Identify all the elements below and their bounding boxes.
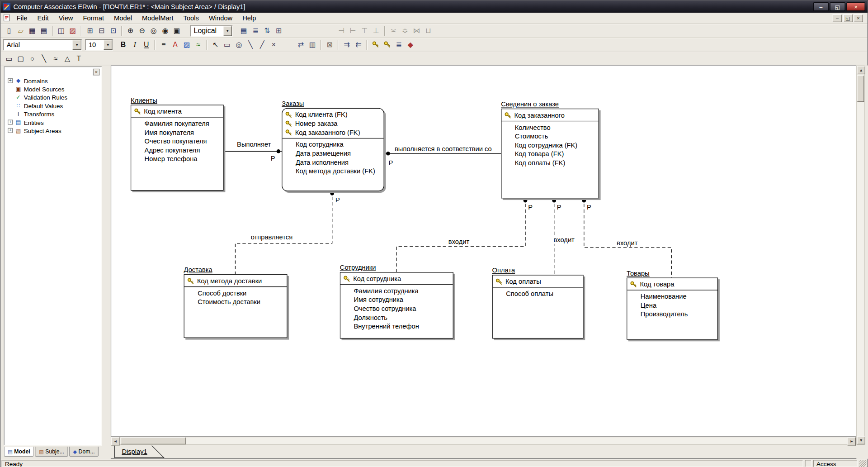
align-bottom-icon[interactable]: ⊥ (370, 25, 382, 37)
ellipse-tool-icon[interactable]: ○ (27, 52, 38, 64)
display-entity-level-icon[interactable]: ▤ (238, 25, 250, 37)
format-painter-icon[interactable]: ▨ (67, 25, 79, 37)
relationship-line-includes-employee[interactable] (396, 198, 525, 272)
save-icon[interactable]: ▦ (27, 25, 38, 37)
mdi-restore-button[interactable]: ◱ (843, 14, 853, 22)
align-center-vertical-icon[interactable]: ≎ (399, 25, 411, 37)
mdi-minimize-button[interactable]: – (833, 14, 842, 22)
scroll-up-button[interactable]: ▲ (857, 66, 865, 74)
distribute-horizontal-icon[interactable]: ⋈ (411, 25, 423, 37)
entity-employees[interactable]: Код сотрудникаФамилия сотрудникаИмя сотр… (340, 272, 453, 338)
vertical-scrollbar[interactable]: ▲ ▼ (856, 65, 864, 445)
new-document-icon[interactable]: ▯ (3, 25, 15, 37)
foreign-key-icon[interactable] (382, 39, 393, 51)
diagram-canvas[interactable]: ВыполняетPвыполняется в соответствии соP… (111, 65, 856, 436)
line-color-icon[interactable]: ≈ (193, 39, 204, 51)
tile-vertical-icon[interactable]: ⊡ (108, 25, 119, 37)
close-button[interactable]: × (846, 2, 865, 11)
migrate-keys-icon[interactable]: ⇉ (341, 39, 353, 51)
menu-item-edit[interactable]: Edit (32, 13, 53, 23)
entity-orders[interactable]: Код клиента (FK)Номер заказаКод заказанн… (282, 108, 384, 191)
document-icon[interactable] (3, 14, 10, 22)
menu-item-modelmart[interactable]: ModelMart (137, 13, 178, 23)
sidebar-item-subject-areas[interactable]: +▧Subject Areas (5, 126, 101, 134)
expander-icon[interactable]: + (8, 119, 13, 124)
sidebar-tab-subject-areas[interactable]: ▧Subje... (35, 447, 68, 457)
display-attribute-level-icon[interactable]: ≣ (250, 25, 261, 37)
menu-item-format[interactable]: Format (78, 13, 109, 23)
menu-item-help[interactable]: Help (237, 13, 261, 23)
scroll-down-button[interactable]: ▼ (857, 436, 865, 444)
polygon-tool-icon[interactable]: △ (61, 52, 73, 64)
entity-payment[interactable]: Код оплатыСпособ оплаты (492, 275, 584, 338)
entity-clients[interactable]: Код клиентаФамилия покупателяИмя покупат… (131, 105, 224, 191)
entity-products[interactable]: Код товараНаименованиеЦенаПроизводитель (627, 277, 718, 339)
font-name-combo[interactable]: Arial ▼ (3, 39, 82, 50)
resize-grip[interactable] (859, 460, 866, 467)
text-align-icon[interactable]: ≡ (158, 39, 170, 51)
report-browser-icon[interactable]: ▥ (307, 39, 318, 51)
sidebar-item-validation-rules[interactable]: ✓Validation Rules (5, 93, 101, 101)
zoom-area-icon[interactable]: ▣ (171, 25, 183, 37)
unmigrate-keys-icon[interactable]: ⇇ (353, 39, 364, 51)
print-icon[interactable]: ▤ (38, 25, 50, 37)
menu-item-view[interactable]: View (54, 13, 78, 23)
sort-order-icon[interactable]: ⇅ (261, 25, 273, 37)
cascade-windows-icon[interactable]: ⊞ (84, 25, 96, 37)
view-mode-combo[interactable]: Logical ▼ (190, 25, 232, 36)
zoom-100-icon[interactable]: ◎ (148, 25, 160, 37)
panel-splitter[interactable] (103, 65, 111, 445)
index-icon[interactable]: ≣ (393, 39, 405, 51)
sidebar-tab-model[interactable]: ▤Model (4, 447, 34, 457)
complete-compare-icon[interactable]: ⇄ (295, 39, 307, 51)
dropdown-arrow-icon[interactable]: ▼ (104, 40, 113, 50)
polyline-tool-icon[interactable]: ≈ (50, 52, 61, 64)
copy-properties-icon[interactable]: ◫ (55, 25, 67, 37)
sidebar-close-button[interactable]: × (93, 69, 100, 76)
fill-color-icon[interactable]: ▨ (181, 39, 193, 51)
align-right-icon[interactable]: ⊢ (347, 25, 359, 37)
entity-delivery[interactable]: Код метода доставкиСпособ доствкиСтоимос… (184, 274, 288, 338)
menu-item-model[interactable]: Model (109, 13, 137, 23)
entity-tool-icon[interactable]: ▭ (222, 39, 233, 51)
tile-horizontal-icon[interactable]: ⊟ (96, 25, 108, 37)
underline-button[interactable]: U (141, 39, 152, 51)
display-tab[interactable]: Display1 (114, 445, 165, 458)
horizontal-scroll-track[interactable] (119, 437, 847, 444)
bold-button[interactable]: B (118, 39, 129, 51)
sidebar-item-transforms[interactable]: TTransforms (5, 110, 101, 118)
distribute-vertical-icon[interactable]: ⊔ (422, 25, 434, 37)
expander-icon[interactable]: + (8, 78, 13, 83)
scroll-right-button[interactable]: ► (848, 437, 856, 445)
zoom-out-icon[interactable]: ⊖ (136, 25, 148, 37)
italic-button[interactable]: I (129, 39, 141, 51)
horizontal-scrollbar[interactable]: ◄ ► (111, 437, 856, 445)
vertical-scroll-track[interactable] (857, 74, 864, 436)
category-tool-icon[interactable]: ◎ (233, 39, 245, 51)
menu-item-file[interactable]: File (12, 13, 33, 23)
select-tool-icon[interactable]: ↖ (210, 39, 222, 51)
line-tool-icon[interactable]: ╲ (38, 52, 50, 64)
menu-item-window[interactable]: Window (204, 13, 237, 23)
relationship-line-includes-product[interactable] (584, 198, 671, 277)
primary-key-icon[interactable] (370, 39, 382, 51)
non-identifying-relationship-tool-icon[interactable]: ╱ (256, 39, 268, 51)
text-tool-icon[interactable]: T (73, 52, 85, 64)
many-to-many-relationship-tool-icon[interactable]: × (268, 39, 280, 51)
maximize-button[interactable]: ◱ (830, 2, 845, 11)
menu-item-tools[interactable]: Tools (179, 13, 204, 23)
rounded-rectangle-tool-icon[interactable]: ▢ (15, 52, 27, 64)
sidebar-tab-domains[interactable]: ◆Dom... (69, 447, 99, 457)
sidebar-item-domains[interactable]: +◆Domains (5, 76, 101, 85)
align-center-horizontal-icon[interactable]: ≍ (387, 25, 399, 37)
dropdown-arrow-icon[interactable]: ▼ (72, 40, 81, 50)
sidebar-item-model-sources[interactable]: ▣Model Sources (5, 85, 101, 93)
horizontal-scroll-thumb[interactable] (121, 437, 186, 444)
scroll-left-button[interactable]: ◄ (111, 437, 119, 445)
font-color-icon[interactable]: A (170, 39, 181, 51)
dropdown-arrow-icon[interactable]: ▼ (223, 26, 232, 36)
align-left-icon[interactable]: ⊣ (335, 25, 347, 37)
sidebar-item-default-values[interactable]: ∷Default Values (5, 101, 101, 110)
entity-order-details[interactable]: Код заказанногоКоличествоСтоимостьКод со… (501, 109, 599, 198)
expander-icon[interactable]: + (8, 128, 13, 133)
